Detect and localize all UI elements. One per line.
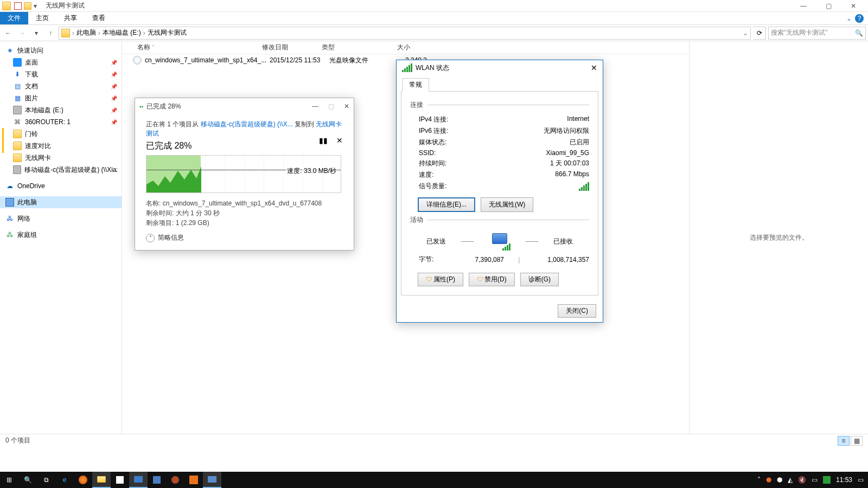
properties-button[interactable]: 🛡属性(P) (418, 273, 463, 286)
sidebar-item-documents[interactable]: ▤文档📌 (0, 80, 122, 92)
breadcrumb-item[interactable]: 本地磁盘 (E:) (103, 28, 141, 37)
diagnose-button[interactable]: 诊断(G) (520, 273, 559, 286)
tab-view[interactable]: 查看 (85, 12, 113, 24)
view-details-button[interactable]: ≡ (838, 436, 850, 446)
breadcrumb-item[interactable]: 此电脑 (76, 28, 96, 37)
taskbar-app[interactable] (203, 472, 221, 488)
search-button[interactable]: 🔍 (18, 472, 37, 488)
taskbar-firefox[interactable] (74, 472, 92, 488)
details-button[interactable]: 详细信息(E)... (418, 197, 475, 212)
dlg-maximize-button[interactable]: ▢ (328, 102, 334, 110)
tab-home[interactable]: 主页 (28, 12, 56, 24)
sidebar-this-pc[interactable]: 此电脑 (0, 196, 122, 208)
action-center-icon[interactable]: ▭ (858, 476, 864, 484)
taskbar-app[interactable] (184, 472, 203, 488)
kv-value: 866.7 Mbps (555, 170, 589, 179)
ribbon-caret-icon[interactable]: ⌄ (846, 15, 852, 22)
taskbar-store[interactable] (111, 472, 129, 488)
section-activity: 活动 (410, 215, 423, 224)
start-button[interactable]: ⊞ (0, 472, 18, 488)
sidebar-item-pictures[interactable]: ▦图片📌 (0, 92, 122, 104)
sidebar-item-label: 家庭组 (17, 230, 37, 240)
sidebar-item-menling[interactable]: 门铃 (0, 128, 122, 140)
breadcrumb[interactable]: › 此电脑 › 本地磁盘 (E:) › 无线网卡测试 ⌄ (59, 27, 751, 40)
sidebar-onedrive[interactable]: ☁OneDrive (0, 180, 122, 192)
recent-dropdown[interactable]: ▾ (30, 27, 42, 39)
dlg-close-button[interactable]: ✕ (344, 102, 349, 110)
tray-icon[interactable] (823, 476, 831, 484)
tab-general[interactable]: 常规 (402, 78, 429, 92)
breadcrumb-dropdown[interactable]: ⌄ (743, 29, 748, 37)
tray-volume-icon[interactable]: 🔇 (798, 476, 806, 484)
sidebar-item-router[interactable]: ⌘360ROUTER: 1📌 (0, 116, 122, 128)
fewer-details-button[interactable]: ˄ 简略信息 (146, 233, 343, 242)
tray-wifi-icon[interactable]: ◭ (788, 476, 793, 484)
wlan-status-dialog: WLAN 状态 ✕ 常规 连接 IPv4 连接:Internet IPv6 连接… (396, 60, 603, 323)
taskbar-app[interactable] (148, 472, 166, 488)
sidebar-item-compare[interactable]: 速度对比 (0, 140, 122, 152)
taskview-button[interactable]: ⧉ (37, 472, 55, 488)
col-size[interactable]: 大小 (372, 43, 415, 52)
column-headers[interactable]: 名称 修改日期 类型 大小 (122, 41, 689, 54)
col-name[interactable]: 名称 (133, 43, 258, 52)
svg-marker-0 (146, 166, 201, 192)
kv-value: Internet (567, 115, 589, 124)
close-button[interactable]: ✕ (841, 0, 866, 12)
star-icon: ★ (5, 46, 14, 55)
qat-item[interactable] (14, 2, 22, 10)
pause-button[interactable]: ▮▮ (319, 136, 328, 145)
tray-icon[interactable]: ⬢ (777, 476, 782, 484)
tray-icon[interactable]: ⬣ (766, 476, 771, 484)
sidebar-item-desktop[interactable]: 桌面📌 (0, 56, 122, 68)
speed-chart: 速度: 33.0 MB/秒 (146, 155, 341, 193)
col-type[interactable]: 类型 (317, 43, 372, 52)
search-icon: 🔍 (855, 29, 863, 37)
back-button[interactable]: ← (2, 27, 14, 39)
disable-button[interactable]: 🛡禁用(D) (469, 273, 515, 286)
sidebar-item-label: 桌面 (25, 58, 38, 67)
tray-ime-icon[interactable]: ▭ (812, 476, 818, 484)
sidebar-quick-access[interactable]: ★快速访问 (0, 44, 122, 56)
folder-icon (13, 142, 22, 150)
clock[interactable]: 11:53 (836, 476, 852, 484)
sidebar-item-mobile-disk[interactable]: 移动磁盘-c(迅雷超级硬盘) (\\Xiaza (0, 164, 122, 176)
sidebar-item-local-e[interactable]: 本地磁盘 (E:)📌 (0, 104, 122, 116)
up-button[interactable]: ↑ (44, 27, 56, 39)
col-date[interactable]: 修改日期 (258, 43, 317, 52)
dlg-close-button[interactable]: ✕ (591, 63, 597, 72)
tray-overflow[interactable]: ˄ (757, 476, 761, 484)
search-input[interactable]: 搜索"无线网卡测试" 🔍 (768, 27, 866, 40)
sidebar-item-wlcard[interactable]: 无线网卡 (0, 152, 122, 164)
sidebar-item-label: 本地磁盘 (E:) (25, 106, 63, 115)
preview-text: 选择要预览的文件。 (750, 233, 808, 242)
maximize-button[interactable]: ▢ (816, 0, 841, 12)
taskbar-app[interactable] (166, 472, 184, 488)
taskbar-app[interactable] (129, 472, 148, 488)
tab-share[interactable]: 共享 (56, 12, 85, 24)
copy-src-link[interactable]: 移动磁盘-c(迅雷超级硬盘) (\\X... (201, 120, 293, 128)
qat-item[interactable] (24, 2, 31, 10)
help-icon[interactable]: ? (855, 14, 864, 23)
kv-label: 信号质量: (419, 182, 446, 191)
dlg-minimize-button[interactable]: — (312, 102, 318, 110)
sidebar-homegroup[interactable]: ⁂家庭组 (0, 229, 122, 241)
taskbar-explorer[interactable] (92, 472, 111, 488)
forward-button[interactable]: → (16, 27, 28, 39)
sidebar-item-downloads[interactable]: ⬇下载📌 (0, 68, 122, 80)
drive-icon (13, 165, 21, 174)
section-connection: 连接 (410, 100, 423, 110)
refresh-button[interactable]: ⟳ (753, 27, 766, 40)
tab-file[interactable]: 文件 (0, 12, 28, 24)
qat-dropdown[interactable]: ▾ (34, 2, 41, 10)
close-button[interactable]: 关闭(C) (558, 304, 596, 318)
sidebar-network[interactable]: 🖧网络 (0, 213, 122, 224)
taskbar-edge[interactable]: e (55, 472, 74, 488)
wireless-props-button[interactable]: 无线属性(W) (481, 197, 533, 212)
cancel-button[interactable]: ✕ (336, 136, 343, 145)
minimize-button[interactable]: — (791, 0, 816, 12)
sidebar-item-label: 速度对比 (25, 142, 51, 151)
view-icons-button[interactable]: ▦ (851, 436, 863, 446)
pin-icon: 📌 (111, 60, 117, 66)
folder-icon (13, 130, 22, 138)
breadcrumb-item[interactable]: 无线网卡测试 (148, 28, 187, 37)
